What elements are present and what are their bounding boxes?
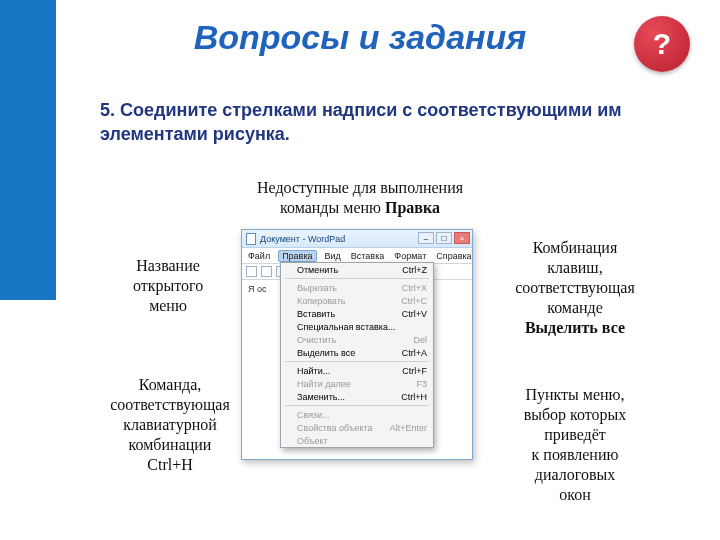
menu-item-shortcut: Del: [413, 335, 427, 345]
menu-item[interactable]: Специальная вставка...: [281, 320, 433, 333]
document-icon: [246, 233, 256, 245]
menu-item-label: Заменить...: [297, 392, 345, 402]
close-button[interactable]: ×: [454, 232, 470, 244]
menu-item-shortcut: Ctrl+X: [402, 283, 427, 293]
maximize-button[interactable]: □: [436, 232, 452, 244]
task-body: Соедините стрелками надписи с соответств…: [100, 100, 622, 144]
pravka-dropdown: ОтменитьCtrl+ZВырезатьCtrl+XКопироватьCt…: [280, 262, 434, 448]
menu-item[interactable]: ОтменитьCtrl+Z: [281, 263, 433, 276]
window-title: Документ - WordPad: [260, 234, 345, 244]
menu-item: Объект: [281, 434, 433, 447]
open-icon[interactable]: [261, 266, 272, 277]
menu-item: Свойства объектаAlt+Enter: [281, 421, 433, 434]
titlebar: Документ - WordPad – □ ×: [242, 230, 472, 248]
menu-item-shortcut: Ctrl+C: [401, 296, 427, 306]
minimize-button[interactable]: –: [418, 232, 434, 244]
menu-item[interactable]: Заменить...Ctrl+H: [281, 390, 433, 403]
menu-item-shortcut: F3: [416, 379, 427, 389]
label-left-menu-name: Название открытого меню: [113, 256, 223, 316]
menu-view[interactable]: Вид: [323, 251, 343, 261]
menu-item-label: Объект: [297, 436, 328, 446]
menu-item-shortcut: Ctrl+H: [401, 392, 427, 402]
menu-item: ОчиститьDel: [281, 333, 433, 346]
menu-item: ВырезатьCtrl+X: [281, 281, 433, 294]
menu-item-label: Копировать: [297, 296, 345, 306]
menu-item-label: Найти далее: [297, 379, 351, 389]
menu-item-shortcut: Ctrl+V: [402, 309, 427, 319]
menu-item-label: Вырезать: [297, 283, 337, 293]
menu-separator: [285, 361, 429, 362]
menu-item[interactable]: Выделить всеCtrl+A: [281, 346, 433, 359]
menu-item[interactable]: Найти...Ctrl+F: [281, 364, 433, 377]
menu-item[interactable]: ВставитьCtrl+V: [281, 307, 433, 320]
menu-item-shortcut: Ctrl+A: [402, 348, 427, 358]
question-badge: ?: [634, 16, 690, 72]
menu-item-shortcut: Ctrl+F: [402, 366, 427, 376]
menu-item-label: Отменить: [297, 265, 338, 275]
menu-item-label: Очистить: [297, 335, 336, 345]
menu-help[interactable]: Справка: [434, 251, 473, 261]
label-right-select-all: Комбинация клавиш, соответствующая коман…: [500, 238, 650, 338]
page-title: Вопросы и задания: [0, 18, 720, 57]
menu-insert[interactable]: Вставка: [349, 251, 386, 261]
wordpad-window: Документ - WordPad – □ × Файл Правка Вид…: [241, 229, 473, 460]
menu-item-label: Найти...: [297, 366, 330, 376]
menu-item-label: Связи...: [297, 410, 330, 420]
menu-item-shortcut: Ctrl+Z: [402, 265, 427, 275]
menu-item-label: Выделить все: [297, 348, 355, 358]
new-doc-icon[interactable]: [246, 266, 257, 277]
menu-item: КопироватьCtrl+C: [281, 294, 433, 307]
menu-item-label: Свойства объекта: [297, 423, 373, 433]
menu-item: Связи...: [281, 408, 433, 421]
menu-pravka[interactable]: Правка: [278, 250, 316, 262]
menu-format[interactable]: Формат: [392, 251, 428, 261]
menu-item-label: Вставить: [297, 309, 335, 319]
task-text: 5. Соедините стрелками надписи с соответ…: [100, 98, 660, 147]
label-left-ctrl-h: Команда, соответствующая клавиатурной ко…: [100, 375, 240, 475]
menu-item: Найти далееF3: [281, 377, 433, 390]
document-text: Я ос: [248, 284, 267, 294]
task-number: 5.: [100, 100, 115, 120]
question-mark-icon: ?: [653, 27, 671, 61]
menu-item-label: Специальная вставка...: [297, 322, 396, 332]
menu-separator: [285, 405, 429, 406]
label-right-dialog-items: Пункты меню, выбор которых приведёт к по…: [505, 385, 645, 505]
label-top: Недоступные для выполнения команды меню …: [230, 178, 490, 218]
menu-separator: [285, 278, 429, 279]
menu-item-shortcut: Alt+Enter: [390, 423, 427, 433]
menu-file[interactable]: Файл: [246, 251, 272, 261]
